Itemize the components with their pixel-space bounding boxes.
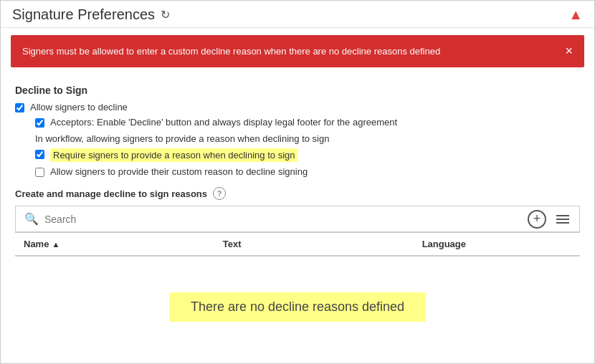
refresh-icon[interactable]: ↻ <box>161 8 170 21</box>
search-icon: 🔍 <box>24 212 39 226</box>
menu-line-3 <box>556 222 569 224</box>
page-title: Signature Preferences <box>12 6 155 23</box>
search-input[interactable] <box>44 214 509 225</box>
allow-signers-checkbox[interactable] <box>15 103 24 112</box>
require-reason-label: Require signers to provide a reason when… <box>50 148 298 162</box>
error-message: Signers must be allowed to enter a custo… <box>22 46 440 57</box>
error-banner: Signers must be allowed to enter a custo… <box>11 35 584 67</box>
require-reason-row: Require signers to provide a reason when… <box>35 148 580 162</box>
require-reason-checkbox[interactable] <box>35 150 44 159</box>
acceptors-checkbox[interactable] <box>35 118 44 128</box>
empty-message: There are no decline reasons defined <box>169 292 426 322</box>
close-icon[interactable]: × <box>565 44 573 59</box>
search-inner: 🔍 <box>16 206 518 231</box>
empty-table-area: There are no decline reasons defined <box>15 257 580 343</box>
manage-label: Create and manage decline to sign reason… <box>15 188 207 199</box>
sort-arrow[interactable]: ▲ <box>52 240 60 249</box>
decline-section-title: Decline to Sign <box>15 85 580 96</box>
search-actions: + <box>518 210 579 229</box>
column-language: Language <box>422 239 571 249</box>
table-header: Name ▲ Text Language <box>15 232 580 257</box>
custom-reason-label: Allow signers to provide their custom re… <box>50 166 308 177</box>
acceptors-row: Acceptors: Enable 'Decline' button and a… <box>35 117 580 128</box>
custom-reason-row: Allow signers to provide their custom re… <box>35 166 580 177</box>
search-bar-container: 🔍 + <box>15 206 580 232</box>
menu-line-2 <box>556 219 569 220</box>
content-area: Decline to Sign Allow signers to decline… <box>1 75 594 358</box>
custom-reason-checkbox[interactable] <box>35 168 44 177</box>
allow-signers-label: Allow signers to decline <box>30 102 128 112</box>
allow-signers-row: Allow signers to decline <box>15 102 580 112</box>
title-bar-left: Signature Preferences ↻ <box>12 6 170 23</box>
menu-line-1 <box>556 215 569 216</box>
title-bar: Signature Preferences ↻ ▲ <box>1 1 594 28</box>
menu-button[interactable] <box>556 215 569 224</box>
acceptors-label: Acceptors: Enable 'Decline' button and a… <box>50 117 397 128</box>
workflow-subsection: In workflow, allowing signers to provide… <box>35 133 580 177</box>
column-text: Text <box>223 239 422 249</box>
add-button[interactable]: + <box>528 210 546 229</box>
main-window: Signature Preferences ↻ ▲ Signers must b… <box>0 0 595 364</box>
help-icon[interactable]: ? <box>213 187 226 200</box>
column-name: Name ▲ <box>24 239 223 249</box>
warning-icon: ▲ <box>568 6 583 23</box>
manage-row: Create and manage decline to sign reason… <box>15 187 580 200</box>
workflow-label: In workflow, allowing signers to provide… <box>35 133 580 144</box>
